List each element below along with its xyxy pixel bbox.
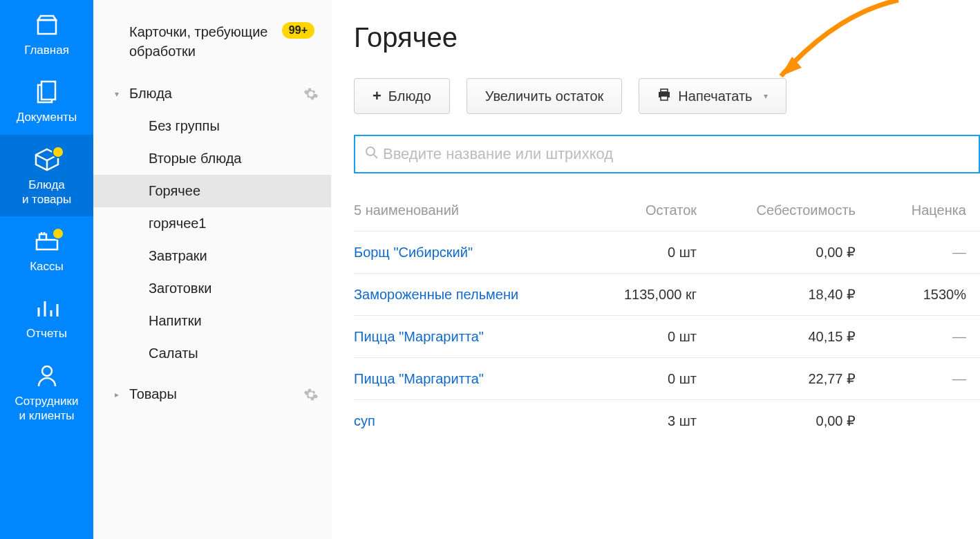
page-title: Горячее bbox=[332, 22, 980, 78]
tree-item-label: Горячее bbox=[149, 183, 200, 198]
tree-group-dishes[interactable]: ▾ Блюда bbox=[93, 77, 331, 110]
button-label: Блюдо bbox=[388, 88, 431, 104]
items-table: 5 наименований Остаток Себестоимость Нац… bbox=[332, 190, 980, 442]
printer-icon bbox=[657, 88, 671, 104]
tree-item[interactable]: Завтраки bbox=[93, 240, 331, 272]
chevron-down-icon: ▾ bbox=[764, 91, 768, 101]
table-header: 5 наименований Остаток Себестоимость Нац… bbox=[354, 190, 980, 231]
main-content: Горячее + Блюдо Увеличить остаток Напеча… bbox=[332, 0, 980, 539]
search-input[interactable] bbox=[383, 136, 979, 172]
gear-icon[interactable] bbox=[303, 387, 319, 402]
nav-home[interactable]: Главная bbox=[0, 0, 93, 67]
svg-rect-5 bbox=[661, 96, 668, 100]
tree-group-goods[interactable]: ▸ Товары bbox=[93, 378, 331, 410]
svg-point-6 bbox=[366, 147, 375, 155]
item-name-link[interactable]: Пицца "Маргаритта" bbox=[354, 329, 572, 345]
nav-label: Сотрудники и клиенты bbox=[3, 394, 91, 424]
item-cost: 22,77 ₽ bbox=[697, 370, 856, 387]
tree-item[interactable]: Заготовки bbox=[93, 272, 331, 305]
tree-item[interactable]: Без группы bbox=[93, 110, 331, 142]
item-stock: 0 шт bbox=[572, 329, 697, 345]
print-button[interactable]: Напечатать ▾ bbox=[639, 78, 786, 114]
item-name-link[interactable]: суп bbox=[354, 413, 572, 429]
tree-item[interactable]: горячее1 bbox=[93, 207, 331, 240]
nav-label: Кассы bbox=[3, 259, 91, 274]
tree-item-selected[interactable]: Горячее bbox=[93, 175, 331, 207]
tree-children-dishes: Без группы Вторые блюда Горячее горячее1… bbox=[93, 110, 331, 370]
svg-point-2 bbox=[42, 366, 52, 376]
bag-icon bbox=[3, 11, 91, 39]
pending-badge: 99+ bbox=[282, 22, 314, 39]
person-icon bbox=[3, 362, 91, 390]
tree-item-label: горячее1 bbox=[149, 216, 207, 231]
item-cost: 40,15 ₽ bbox=[697, 328, 856, 345]
search-icon bbox=[355, 146, 383, 162]
documents-icon bbox=[3, 78, 91, 106]
item-markup: — bbox=[856, 329, 966, 345]
item-stock: 0 шт bbox=[572, 371, 697, 387]
table-row: Замороженные пельмени 1135,000 кг 18,40 … bbox=[354, 274, 980, 316]
table-row: Борщ "Сибирский" 0 шт 0,00 ₽ — bbox=[354, 231, 980, 274]
table-row: Пицца "Маргаритта" 0 шт 40,15 ₽ — bbox=[354, 316, 980, 358]
item-name-link[interactable]: Борщ "Сибирский" bbox=[354, 245, 572, 261]
col-cost: Себестоимость bbox=[697, 202, 856, 218]
chevron-down-icon: ▾ bbox=[110, 89, 124, 99]
tree-item-label: Без группы bbox=[149, 118, 220, 133]
sidebar: Карточки, требующие обработки 99+ ▾ Блюд… bbox=[93, 0, 332, 539]
button-label: Увеличить остаток bbox=[485, 88, 604, 104]
nav-label: Отчеты bbox=[3, 326, 91, 341]
item-stock: 0 шт bbox=[572, 245, 697, 261]
nav-label: Блюда и товары bbox=[3, 178, 91, 207]
alert-badge-icon bbox=[52, 146, 64, 158]
col-stock: Остаток bbox=[572, 202, 697, 218]
increase-stock-button[interactable]: Увеличить остаток bbox=[467, 78, 623, 114]
item-stock: 1135,000 кг bbox=[572, 287, 697, 303]
add-dish-button[interactable]: + Блюдо bbox=[354, 78, 450, 114]
item-name-link[interactable]: Пицца "Маргаритта" bbox=[354, 371, 572, 387]
search-box bbox=[354, 135, 980, 173]
pending-label: Карточки, требующие обработки bbox=[129, 22, 276, 61]
tree-item-label: Вторые блюда bbox=[149, 151, 242, 166]
gear-icon[interactable] bbox=[303, 86, 319, 102]
nav-cash[interactable]: Кассы bbox=[0, 216, 93, 283]
tree-item[interactable]: Вторые блюда bbox=[93, 142, 331, 175]
tree-item-label: Заготовки bbox=[149, 281, 211, 296]
plus-icon: + bbox=[373, 87, 381, 105]
cash-register-icon bbox=[3, 227, 91, 255]
chevron-right-icon: ▸ bbox=[110, 390, 124, 399]
item-name-link[interactable]: Замороженные пельмени bbox=[354, 287, 572, 303]
nav-reports[interactable]: Отчеты bbox=[0, 283, 93, 350]
item-cost: 18,40 ₽ bbox=[697, 286, 856, 303]
nav-dishes[interactable]: Блюда и товары bbox=[0, 135, 93, 217]
tree-item-label: Завтраки bbox=[149, 248, 207, 263]
toolbar: + Блюдо Увеличить остаток Напечатать ▾ bbox=[332, 78, 980, 135]
item-markup: — bbox=[856, 245, 966, 261]
svg-rect-1 bbox=[37, 240, 57, 249]
box-icon bbox=[3, 146, 91, 173]
tree-item[interactable]: Напитки bbox=[93, 305, 331, 337]
table-row: Пицца "Маргаритта" 0 шт 22,77 ₽ — bbox=[354, 358, 980, 400]
button-label: Напечатать bbox=[678, 88, 752, 104]
nav-documents[interactable]: Документы bbox=[0, 67, 93, 134]
nav-rail: Главная Документы Блюда и товары Кассы О… bbox=[0, 0, 93, 539]
tree-group-label: Товары bbox=[129, 386, 303, 402]
item-markup: — bbox=[856, 371, 966, 387]
item-markup: 1530% bbox=[856, 287, 966, 303]
col-markup: Наценка bbox=[856, 202, 966, 218]
nav-label: Документы bbox=[3, 110, 91, 124]
tree-item[interactable]: Салаты bbox=[93, 337, 331, 370]
nav-label: Главная bbox=[3, 43, 91, 57]
tree-item-label: Напитки bbox=[149, 313, 202, 328]
item-cost: 0,00 ₽ bbox=[697, 244, 856, 261]
svg-rect-0 bbox=[41, 82, 55, 100]
pending-cards-link[interactable]: Карточки, требующие обработки 99+ bbox=[93, 15, 331, 77]
item-cost: 0,00 ₽ bbox=[697, 413, 856, 429]
item-stock: 3 шт bbox=[572, 413, 697, 429]
bar-chart-icon bbox=[3, 294, 91, 322]
alert-badge-icon bbox=[52, 227, 64, 240]
table-row: суп 3 шт 0,00 ₽ bbox=[354, 400, 980, 442]
nav-staff[interactable]: Сотрудники и клиенты bbox=[0, 351, 93, 433]
count-label: 5 наименований bbox=[354, 202, 572, 218]
tree-group-label: Блюда bbox=[129, 86, 303, 102]
svg-rect-3 bbox=[661, 89, 668, 92]
